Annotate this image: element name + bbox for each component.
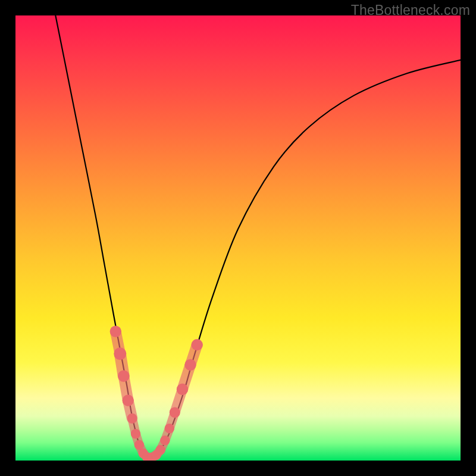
marker-dot	[118, 370, 129, 381]
bottleneck-chart-svg	[15, 15, 461, 461]
frame-border: TheBottleneck.com	[0, 0, 476, 476]
marker-dot	[134, 440, 144, 450]
marker-dot	[131, 429, 140, 439]
marker-dot	[127, 414, 137, 423]
marker-dot	[114, 347, 126, 360]
marker-dot	[170, 407, 180, 418]
watermark-label: TheBottleneck.com	[351, 2, 470, 18]
marker-dot	[192, 339, 203, 350]
marker-dot	[165, 424, 174, 433]
marker-dot	[156, 445, 165, 455]
curve-markers	[110, 325, 203, 461]
bottleneck-curve	[55, 15, 461, 461]
marker-dot	[184, 359, 196, 371]
marker-dot	[110, 325, 121, 337]
plot-area	[15, 15, 461, 461]
marker-dot	[177, 384, 188, 395]
marker-dot	[123, 394, 134, 406]
marker-dot	[160, 436, 170, 445]
